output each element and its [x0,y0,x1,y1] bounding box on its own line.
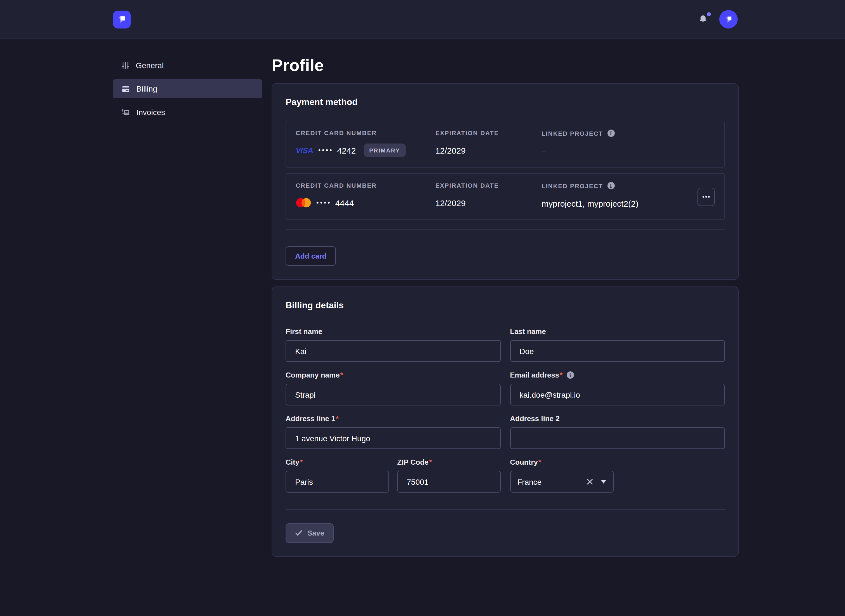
visa-logo: VISA [295,146,313,155]
country-field-group: Country * France [510,458,725,493]
expiration-value: 12/2029 [435,196,542,210]
billing-divider [285,509,725,510]
last-name-field[interactable] [510,340,725,362]
address1-field[interactable] [285,427,500,449]
required-mark: * [336,414,339,423]
sidebar-item-billing[interactable]: Billing [113,79,262,98]
card-number-column-label: CREDIT CARD NUMBER [295,129,435,136]
required-mark: * [340,371,343,379]
payment-divider [285,229,725,230]
card-last4: 4444 [335,198,354,207]
topbar-actions [698,10,738,28]
card-number-value: VISA •••• 4242 PRIMARY [295,144,435,157]
masked-digits: •••• [318,146,334,154]
zip-field-group: ZIP Code * [397,458,501,493]
company-name-field[interactable] [285,384,500,405]
add-card-button[interactable]: Add card [285,246,336,266]
company-name-label: Company name [285,371,340,379]
sidebar-item-invoices[interactable]: $ Invoices [113,103,262,122]
page-title: Profile [272,56,739,74]
billing-form: First name Last name Company name [285,327,725,493]
linked-project-column-label: LINKED PROJECT [542,182,603,189]
email-field-group: Email address * i [510,371,725,405]
linked-project-cell: LINKED PROJECT i – [542,129,696,158]
strapi-avatar-icon [723,14,734,25]
expiration-value: 12/2029 [435,144,542,157]
info-icon[interactable]: i [566,371,574,378]
sidebar-item-label: Billing [137,84,157,93]
expiration-cell: EXPIRATION DATE 12/2029 [435,182,542,211]
card-number-cell: CREDIT CARD NUMBER VISA •••• 4242 PRIMAR… [295,129,435,158]
city-field-group: City * [285,458,389,493]
city-label: City [285,458,299,466]
save-button-label: Save [307,529,325,537]
address2-label: Address line 2 [510,414,560,423]
address1-label: Address line 1 [285,414,335,423]
required-mark: * [538,458,541,466]
zip-field[interactable] [397,471,501,493]
mastercard-logo [295,198,311,208]
notifications-button[interactable] [698,14,708,25]
country-select[interactable]: France [510,471,613,493]
email-field[interactable] [510,384,725,405]
credit-card-icon [121,85,130,93]
card-number-value: •••• 4444 [295,196,435,210]
strapi-logo-icon [116,13,128,25]
card-number-column-label: CREDIT CARD NUMBER [295,182,435,189]
expiration-column-label: EXPIRATION DATE [435,182,542,189]
zip-label: ZIP Code [397,458,429,466]
address2-field-group: Address line 2 [510,414,725,449]
settings-sidebar: General Billing $ [0,39,272,557]
last-name-label: Last name [510,327,546,336]
required-mark: * [429,458,432,466]
credit-card-row-mastercard: CREDIT CARD NUMBER •••• 4444 [285,173,725,220]
save-button[interactable]: Save [285,523,334,543]
main-content: Profile Payment method CREDIT CARD NUMBE… [272,39,739,557]
notification-dot [707,12,711,16]
expiration-cell: EXPIRATION DATE 12/2029 [435,129,542,158]
city-zip-row: City * ZIP Code * [285,458,500,493]
billing-details-title: Billing details [285,301,725,311]
info-icon[interactable]: i [607,129,615,137]
bell-icon [698,14,708,25]
invoice-icon: $ [121,108,130,116]
profile-avatar[interactable] [719,10,738,28]
linked-project-cell: LINKED PROJECT i myproject1, myproject2(… [542,182,696,211]
country-value: France [517,477,542,486]
chevron-down-icon[interactable] [601,480,606,484]
clear-icon[interactable] [586,478,593,485]
sidebar-item-general[interactable]: General [113,56,262,75]
last-name-field-group: Last name [510,327,725,362]
first-name-label: First name [285,327,322,336]
linked-project-column-label: LINKED PROJECT [542,130,603,136]
masked-digits: •••• [316,199,331,207]
email-label: Email address [510,371,559,379]
company-name-field-group: Company name * [285,371,500,405]
credit-card-row-visa: CREDIT CARD NUMBER VISA •••• 4242 PRIMAR… [285,121,725,167]
app-root: General Billing $ [0,0,845,616]
page-layout: General Billing $ [0,39,845,557]
sliders-icon [121,61,130,69]
payment-method-panel: Payment method CREDIT CARD NUMBER VISA •… [272,83,739,280]
card-number-cell: CREDIT CARD NUMBER •••• 4444 [295,182,435,211]
card-more-options-button[interactable] [698,187,715,206]
strapi-logo-button[interactable] [113,10,131,28]
city-field[interactable] [285,471,389,493]
svg-text:$: $ [122,109,123,112]
primary-badge: PRIMARY [363,144,406,157]
first-name-field-group: First name [285,327,500,362]
check-icon [295,530,302,536]
required-mark: * [300,458,303,466]
payment-method-title: Payment method [285,97,725,107]
first-name-field[interactable] [285,340,500,362]
address2-field[interactable] [510,427,725,449]
linked-project-value: – [542,144,696,157]
linked-project-value: myproject1, myproject2(2) [542,197,696,210]
expiration-column-label: EXPIRATION DATE [435,129,542,136]
topbar [0,0,845,39]
more-options-icon [702,196,710,197]
country-label: Country [510,458,538,466]
address1-field-group: Address line 1 * [285,414,500,449]
sidebar-item-label: Invoices [137,108,165,117]
info-icon[interactable]: i [607,182,615,189]
